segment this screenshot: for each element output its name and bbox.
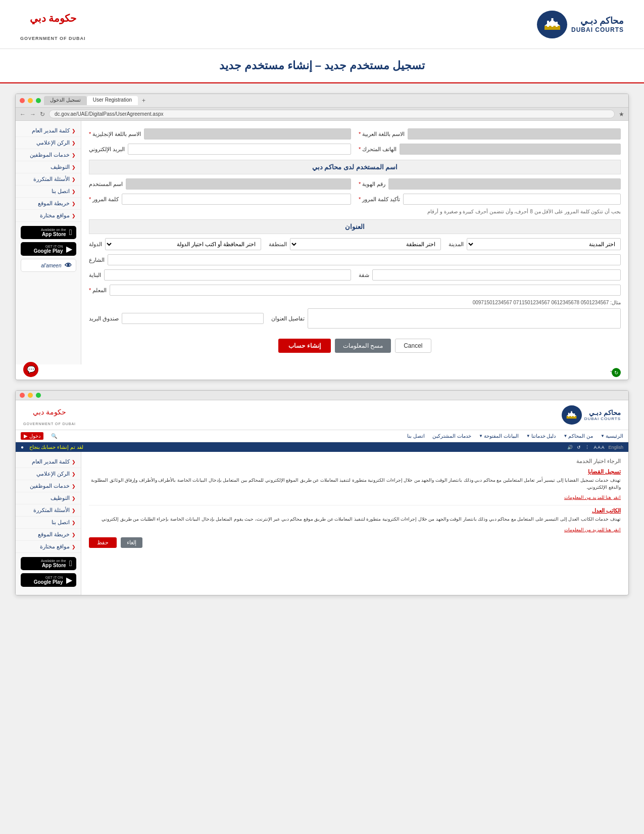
building-group: البناية bbox=[89, 269, 351, 281]
window-maximize[interactable] bbox=[36, 98, 41, 103]
service1-text: تهدف خدمات تسجيل القضايا إلى تيسير أمر ت… bbox=[89, 477, 621, 491]
back-btn[interactable]: ← bbox=[20, 111, 26, 118]
cancel-button[interactable]: Cancel bbox=[395, 339, 431, 353]
more-icon[interactable]: ⋮ bbox=[585, 445, 589, 450]
district-select[interactable]: اختر المنطقة bbox=[290, 238, 441, 250]
save-button[interactable]: حفظ bbox=[89, 537, 117, 548]
sidebar-item-2-6[interactable]: ❮خريطة الموقع bbox=[16, 529, 81, 541]
tab-login[interactable]: تسجيل الدخول bbox=[44, 96, 87, 105]
address-details-input[interactable] bbox=[308, 308, 621, 329]
clear-button[interactable]: مسح المعلومات bbox=[335, 339, 391, 353]
email-input[interactable] bbox=[128, 144, 351, 155]
phone-hint: مثال: 0501234567 0612345678 071150123456… bbox=[89, 300, 621, 305]
password-input[interactable] bbox=[122, 194, 351, 205]
al-ameen-badge-1[interactable]: 👁 al'ameen bbox=[21, 259, 76, 272]
street-input[interactable] bbox=[108, 254, 621, 265]
address-row2: الشارع bbox=[89, 254, 621, 265]
google-play-badge-2[interactable]: ▶ GET IT ON Google Play bbox=[21, 573, 76, 587]
browser-titlebar-2 bbox=[16, 391, 628, 400]
create-account-button[interactable]: إنشاء حساب bbox=[278, 339, 330, 353]
phone-input[interactable] bbox=[400, 144, 621, 155]
show-more-2[interactable]: انقر هنا للمزيد من المعلومات bbox=[89, 527, 621, 532]
window-close[interactable] bbox=[20, 98, 25, 103]
nav-item-2[interactable]: دليل خدماتنا▼ bbox=[526, 433, 556, 439]
chevron-icon: ❮ bbox=[72, 128, 76, 133]
city-label: المدينة bbox=[449, 241, 464, 248]
window2-maximize[interactable] bbox=[36, 393, 41, 398]
show-more-1[interactable]: انقر هنا للمزيد من المعلومات bbox=[89, 495, 621, 500]
reload-btn[interactable]: ↻ bbox=[40, 111, 45, 118]
cancel2-button[interactable]: إلغاء bbox=[121, 537, 142, 548]
username-input[interactable] bbox=[126, 178, 351, 190]
speaker-icon[interactable]: 🔊 bbox=[567, 445, 573, 450]
text-size-icon[interactable]: A A A bbox=[593, 445, 604, 450]
pobox-input[interactable] bbox=[122, 313, 264, 324]
courts-english: DUBAI COURTS bbox=[571, 26, 624, 33]
sidebar-item-1-5[interactable]: ❮اتصل بنا bbox=[16, 186, 81, 198]
app-store-badge-1[interactable]:  Available on the App Store bbox=[21, 226, 76, 239]
window2-close[interactable] bbox=[20, 393, 25, 398]
id-input[interactable] bbox=[388, 178, 621, 190]
district-group: اختر المنطقة المنطقة bbox=[269, 238, 441, 250]
sidebar-item-2-0[interactable]: ❮كلمة المدير العام bbox=[16, 456, 81, 468]
chevron-down-icon: ▼ bbox=[479, 434, 483, 438]
sidebar-item-1-4[interactable]: ❮الأسئلة المتكررة bbox=[16, 173, 81, 186]
bookmark-icon[interactable]: ★ bbox=[619, 111, 624, 118]
login-btn-2[interactable]: دخول ▶ bbox=[21, 432, 43, 440]
sidebar-item-2-5[interactable]: ❮اتصل بنا bbox=[16, 517, 81, 529]
nav-item-1[interactable]: من المحاكم▼ bbox=[563, 433, 593, 439]
flat-input[interactable] bbox=[372, 269, 621, 281]
window2-minimize[interactable] bbox=[28, 393, 33, 398]
sidebar-item-1-0[interactable]: ❮كلمة المدير العام bbox=[16, 125, 81, 137]
building-input[interactable] bbox=[104, 269, 351, 281]
sidebar-item-1-2[interactable]: ❮خدمات الموظفين bbox=[16, 149, 81, 161]
browser-window-2: محاكم دبـي DUBAI COURTS حكومة bbox=[15, 390, 629, 595]
form-main: الاسم باللغة العربية * الاسم باللغة الإن… bbox=[81, 121, 628, 364]
sidebar-item-1-7[interactable]: ❮مواقع مختارة bbox=[16, 210, 81, 222]
courts-logo-2: محاكم دبـي DUBAI COURTS bbox=[562, 405, 621, 425]
landmark-group: المعلم * bbox=[89, 285, 621, 296]
forward-btn[interactable]: → bbox=[30, 111, 36, 118]
nav-item-4[interactable]: خدمات المشتركين bbox=[432, 433, 471, 439]
pobox-label: صندوق البريد bbox=[89, 315, 119, 322]
pobox-row: تفاصيل العنوان صندوق البريد bbox=[89, 308, 621, 329]
tab-registration[interactable]: User Registration bbox=[87, 96, 138, 105]
nav-item-5[interactable]: اتصل بنا bbox=[407, 433, 425, 439]
english-link[interactable]: English bbox=[608, 445, 623, 450]
svg-text:حكومة دبي: حكومة دبي bbox=[33, 408, 66, 416]
sidebar-item-2-2[interactable]: ❮خدمات الموظفين bbox=[16, 480, 81, 492]
english-name-input[interactable] bbox=[144, 128, 351, 140]
sidebar-item-1-3[interactable]: ❮التوظيف bbox=[16, 161, 81, 173]
chat-button-1[interactable]: 💬 bbox=[23, 362, 38, 377]
sidebar-item-2-3[interactable]: ❮التوظيف bbox=[16, 492, 81, 504]
chevron-icon: ❮ bbox=[72, 177, 76, 182]
username-id-row: رقم الهوية * اسم المستخدم bbox=[89, 178, 621, 190]
city-select[interactable]: اختر المدينة bbox=[467, 238, 621, 250]
sidebar-item-2-4[interactable]: ❮الأسئلة المتكررة bbox=[16, 504, 81, 517]
share-icon[interactable]: ↺ bbox=[577, 445, 581, 450]
nav-items-container: الرئيسية▼من المحاكم▼دليل خدماتنا▼البيانا… bbox=[65, 433, 623, 439]
password-group: كلمة المرور * bbox=[89, 194, 351, 205]
toolbar-left: 🔊 ↺ ⋮ A A A English bbox=[567, 445, 623, 450]
chevron-icon: ❮ bbox=[72, 201, 76, 206]
landmark-input[interactable] bbox=[110, 285, 621, 296]
arabic-name-input[interactable] bbox=[408, 128, 621, 140]
sidebar-item-1-1[interactable]: ❮الركن الإعلامي bbox=[16, 137, 81, 149]
confirm-password-input[interactable] bbox=[403, 194, 621, 205]
address-bar-1[interactable]: dc.gov.ae/UAE/DigitalPass/UserAgreement.… bbox=[49, 110, 615, 118]
sidebar-item-1-6[interactable]: ❮خريطة الموقع bbox=[16, 198, 81, 210]
nav-item-3[interactable]: البيانات المفتوحة▼ bbox=[479, 433, 519, 439]
nav-item-0[interactable]: الرئيسية▼ bbox=[601, 433, 623, 439]
sidebar-item-2-7[interactable]: ❮مواقع مختارة bbox=[16, 541, 81, 553]
app-store-badge-2[interactable]:  Available on the App Store bbox=[21, 557, 76, 570]
google-play-badge-1[interactable]: ▶ GET IT ON Google Play bbox=[21, 242, 76, 256]
service2-text: تهدف خدمات الكاتب العدل إلى التيسير على … bbox=[89, 516, 621, 523]
country-select[interactable]: اختر المحافظة أو اكتب اختيار الدولة bbox=[105, 238, 261, 250]
new-tab-btn[interactable]: + bbox=[138, 96, 150, 105]
sidebar-item-2-1[interactable]: ❮الركن الإعلامي bbox=[16, 468, 81, 480]
app-badges-2:  Available on the App Store ▶ GET IT ON… bbox=[16, 553, 81, 591]
window-minimize[interactable] bbox=[28, 98, 33, 103]
address-section-header: العنوان bbox=[89, 219, 621, 234]
search-icon-2[interactable]: 🔍 bbox=[51, 433, 57, 439]
landmark-row: المعلم * bbox=[89, 285, 621, 296]
